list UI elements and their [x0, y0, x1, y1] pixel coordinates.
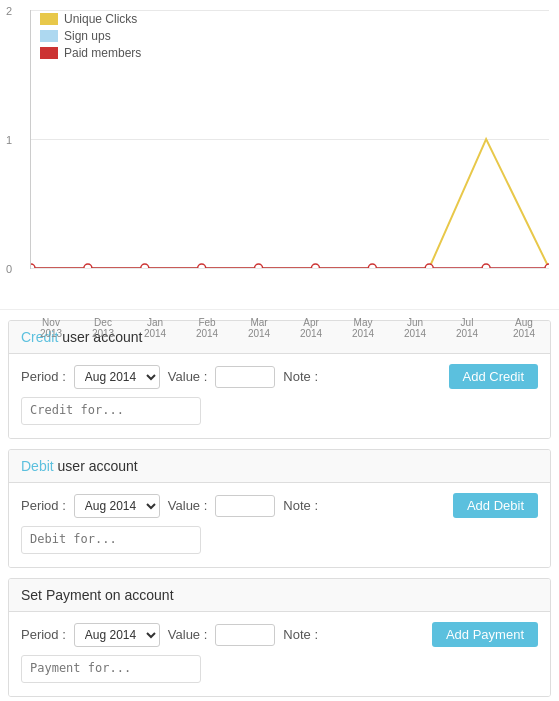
chart-svg [31, 10, 549, 268]
x-label-may: May 2014 [343, 317, 383, 339]
x-label-jan: Jan 2014 [135, 317, 175, 339]
debit-section-body: Period : Aug 2014 Value : Note : Add Deb… [9, 483, 550, 567]
x-label-nov: Nov 2013 [31, 317, 71, 339]
debit-note-textarea[interactable] [21, 526, 201, 554]
debit-note-label: Note : [283, 498, 318, 513]
credit-add-button[interactable]: Add Credit [449, 364, 538, 389]
x-label-jun: Jun 2014 [395, 317, 435, 339]
dot-4 [255, 264, 263, 268]
credit-value-input[interactable] [215, 366, 275, 388]
x-label-mar: Mar 2014 [239, 317, 279, 339]
debit-period-label: Period : [21, 498, 66, 513]
x-label-apr: Apr 2014 [291, 317, 331, 339]
x-label-aug: Aug 2014 [499, 317, 549, 339]
payment-note-label: Note : [283, 627, 318, 642]
credit-period-select[interactable]: Aug 2014 [74, 365, 160, 389]
grid-line-bottom: 0 [31, 268, 549, 269]
credit-form-row: Period : Aug 2014 Value : Note : Add Cre… [21, 364, 538, 389]
dot-2 [141, 264, 149, 268]
credit-note-label: Note : [283, 369, 318, 384]
y-label-0: 0 [6, 263, 12, 275]
dot-3 [198, 264, 206, 268]
credit-value-label: Value : [168, 369, 208, 384]
payment-section-body: Period : Aug 2014 Value : Note : Add Pay… [9, 612, 550, 696]
payment-section: Set Payment on account Period : Aug 2014… [8, 578, 551, 697]
dot-8 [482, 264, 490, 268]
debit-add-button[interactable]: Add Debit [453, 493, 538, 518]
credit-note-textarea[interactable] [21, 397, 201, 425]
chart-container: Unique Clicks Sign ups Paid members 2 1 … [0, 0, 559, 310]
y-label-1: 1 [6, 134, 12, 146]
payment-period-select[interactable]: Aug 2014 [74, 623, 160, 647]
dot-9 [545, 264, 549, 268]
x-label-feb: Feb 2014 [187, 317, 227, 339]
payment-value-label: Value : [168, 627, 208, 642]
payment-add-button[interactable]: Add Payment [432, 622, 538, 647]
dot-1 [84, 264, 92, 268]
debit-form-row: Period : Aug 2014 Value : Note : Add Deb… [21, 493, 538, 518]
dot-7 [425, 264, 433, 268]
payment-section-header: Set Payment on account [9, 579, 550, 612]
dot-6 [368, 264, 376, 268]
dot-0 [31, 264, 35, 268]
debit-period-select[interactable]: Aug 2014 [74, 494, 160, 518]
debit-section-header: Debit user account [9, 450, 550, 483]
payment-value-input[interactable] [215, 624, 275, 646]
credit-section-body: Period : Aug 2014 Value : Note : Add Cre… [9, 354, 550, 438]
unique-clicks-line [31, 139, 549, 268]
chart-area: 2 1 0 [30, 10, 549, 269]
x-label-jul: Jul 2014 [447, 317, 487, 339]
payment-title: Set Payment on account [21, 587, 174, 603]
x-label-dec: Dec 2013 [83, 317, 123, 339]
debit-section: Debit user account Period : Aug 2014 Val… [8, 449, 551, 568]
payment-form-row: Period : Aug 2014 Value : Note : Add Pay… [21, 622, 538, 647]
y-label-2: 2 [6, 5, 12, 17]
debit-title-suffix: user account [58, 458, 138, 474]
debit-value-input[interactable] [215, 495, 275, 517]
credit-period-label: Period : [21, 369, 66, 384]
dot-5 [311, 264, 319, 268]
debit-value-label: Value : [168, 498, 208, 513]
payment-period-label: Period : [21, 627, 66, 642]
debit-title-prefix: Debit [21, 458, 54, 474]
payment-note-textarea[interactable] [21, 655, 201, 683]
